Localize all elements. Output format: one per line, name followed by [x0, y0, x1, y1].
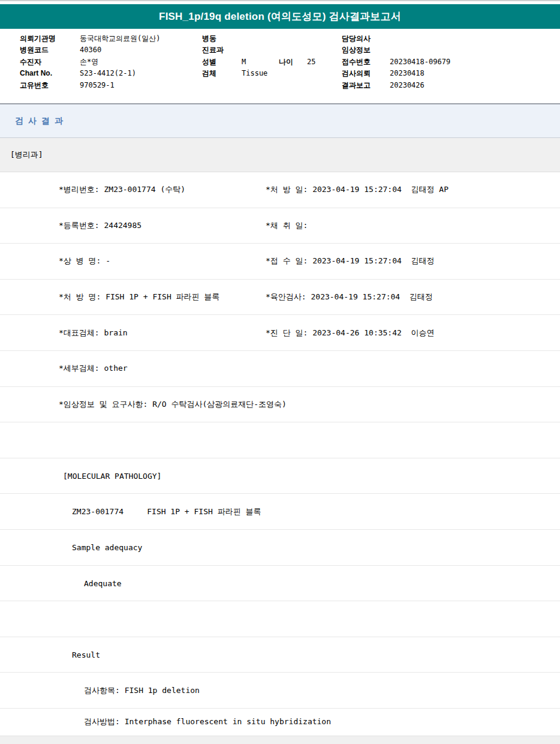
report-row-right: *처 방 일: 2023-04-19 15:27:04 김태정 AP — [266, 184, 448, 195]
age-value: 25 — [307, 58, 315, 66]
info-row: 의뢰기관명동국대학교의료원(일산) — [20, 34, 160, 46]
info-label: 성별 — [202, 58, 242, 67]
info-label: 검체 — [202, 69, 242, 78]
report-row — [0, 601, 560, 637]
report-row-left: *등록번호: 24424985 — [59, 220, 141, 231]
info-row: 결과보고20230426 — [342, 81, 450, 92]
info-row: 고유번호970529-1 — [20, 81, 160, 92]
info-value: 손*영 — [80, 58, 98, 66]
report-row: *처 방 명: FISH 1P + FISH 파라핀 블록 *육안검사: 202… — [0, 280, 560, 316]
info-row: 검사의뢰20230418 — [342, 69, 450, 80]
info-value: 20230426 — [390, 81, 424, 89]
report-title-banner: FISH_1p/19q deletion (여의도성모) 검사결과보고서 — [0, 4, 560, 29]
report-row-right: *육안검사: 2023-04-19 15:27:04 김태정 — [266, 292, 433, 302]
info-label: 고유번호 — [20, 81, 80, 90]
report-row-left: *처 방 명: FISH 1P + FISH 파라핀 블록 — [59, 292, 219, 302]
report-row-left: 검사방법: Interphase fluorescent in situ hyb… — [84, 716, 331, 727]
patient-info-column-left: 의뢰기관명동국대학교의료원(일산) 병원코드40360 수진자손*영 Chart… — [20, 34, 160, 92]
info-label: 담당의사 — [342, 34, 390, 43]
report-row-left: *병리번호: ZM23-001774 (수탁) — [59, 184, 185, 195]
report-row: *임상정보 및 요구사항: R/O 수탁검사(삼광의료재단-조영숙) — [0, 387, 560, 423]
info-row: 담당의사 — [342, 34, 450, 46]
info-row: 병동 — [202, 34, 315, 46]
age-label: 나이 — [279, 58, 307, 67]
info-value: S23-4412(2-1) — [80, 69, 136, 77]
report-row-left: [MOLECULAR PATHOLOGY] — [63, 472, 161, 481]
patient-info-column-middle: 병동 진료과 성별M나이25 검체Tissue — [202, 34, 315, 81]
report-body: *병리번호: ZM23-001774 (수탁) *처 방 일: 2023-04-… — [0, 172, 560, 736]
info-label: 임상정보 — [342, 46, 390, 55]
info-value: 20230418 — [390, 69, 424, 77]
info-label: 접수번호 — [342, 58, 390, 67]
report-row-left: *임상정보 및 요구사항: R/O 수탁검사(삼광의료재단-조영숙) — [59, 399, 287, 410]
info-row: 임상정보 — [342, 46, 450, 57]
info-row: 검체Tissue — [202, 69, 315, 80]
report-row: Adequate — [0, 566, 560, 602]
report-row: 검사방법: Interphase fluorescent in situ hyb… — [0, 709, 560, 736]
top-border-strip — [0, 0, 560, 4]
report-row-right: *진 단 일: 2023-04-26 10:35:42 이승연 — [266, 328, 435, 338]
info-value: 40360 — [80, 46, 101, 54]
info-label: 병동 — [202, 34, 242, 43]
info-label: 수진자 — [20, 58, 80, 67]
info-value: 동국대학교의료원(일산) — [80, 34, 160, 43]
result-section-header: 검 사 결 과 — [0, 103, 560, 137]
report-page: { "title": "FISH_1p/19q deletion (여의도성모)… — [0, 0, 560, 744]
report-row: *병리번호: ZM23-001774 (수탁) *처 방 일: 2023-04-… — [0, 172, 560, 208]
patient-info-column-right: 담당의사 임상정보 접수번호20230418-09679 검사의뢰2023041… — [342, 34, 450, 92]
result-section-title: 검 사 결 과 — [15, 116, 64, 127]
report-row: [MOLECULAR PATHOLOGY] — [0, 458, 560, 494]
department-label: [병리과] — [10, 149, 43, 160]
report-row: Result — [0, 637, 560, 673]
info-value: Tissue — [242, 69, 267, 77]
report-row-left: *세부검체: other — [59, 363, 128, 374]
info-row: Chart No.S23-4412(2-1) — [20, 69, 160, 80]
info-value: M — [242, 58, 279, 67]
report-row: *등록번호: 24424985 *채 취 일: — [0, 208, 560, 244]
report-row-left: Sample adequacy — [72, 543, 142, 552]
info-row: 병원코드40360 — [20, 46, 160, 57]
report-row: *세부검체: other — [0, 351, 560, 387]
info-label: 검사의뢰 — [342, 69, 390, 78]
info-row: 접수번호20230418-09679 — [342, 58, 450, 69]
report-row-left: ZM23-001774 FISH 1P + FISH 파라핀 블록 — [72, 506, 261, 517]
report-row: ZM23-001774 FISH 1P + FISH 파라핀 블록 — [0, 494, 560, 530]
info-label: 진료과 — [202, 46, 242, 55]
info-row: 수진자손*영 — [20, 58, 160, 69]
report-row: *대표검체: brain *진 단 일: 2023-04-26 10:35:42… — [0, 315, 560, 351]
info-label: 의뢰기관명 — [20, 34, 80, 43]
report-row — [0, 422, 560, 458]
report-row-left: Result — [72, 650, 100, 659]
report-row: *상 병 명: - *접 수 일: 2023-04-19 15:27:04 김태… — [0, 244, 560, 280]
patient-info: 의뢰기관명동국대학교의료원(일산) 병원코드40360 수진자손*영 Chart… — [0, 29, 560, 103]
info-value: 20230418-09679 — [390, 58, 450, 66]
report-row: 검사항목: FISH 1p deletion — [0, 673, 560, 709]
report-row-left: 검사항목: FISH 1p deletion — [84, 685, 200, 696]
info-label: 결과보고 — [342, 81, 390, 90]
info-row: 성별M나이25 — [202, 58, 315, 69]
bottom-strip — [0, 736, 560, 744]
report-row-left: *대표검체: brain — [59, 328, 128, 338]
info-row: 진료과 — [202, 46, 315, 57]
info-value: 970529-1 — [80, 81, 115, 89]
info-label: Chart No. — [20, 69, 80, 78]
report-row-left: Adequate — [84, 578, 122, 587]
report-row: Sample adequacy — [0, 530, 560, 566]
report-title: FISH_1p/19q deletion (여의도성모) 검사결과보고서 — [159, 10, 401, 23]
info-label: 병원코드 — [20, 46, 80, 55]
report-row-right: *채 취 일: — [266, 220, 308, 231]
report-row-right: *접 수 일: 2023-04-19 15:27:04 김태정 — [266, 256, 435, 266]
report-row-left: *상 병 명: - — [59, 256, 110, 266]
department-band: [병리과] — [0, 137, 560, 172]
